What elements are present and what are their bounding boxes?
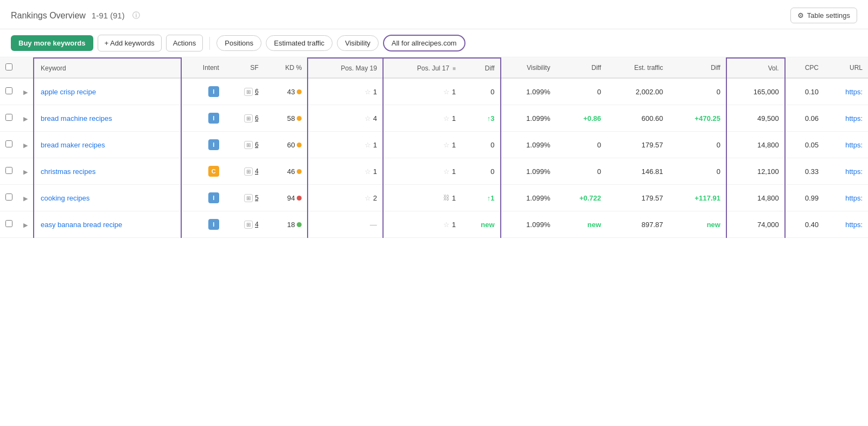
star-icon: ☆ bbox=[443, 114, 450, 122]
expand-button[interactable]: ▶ bbox=[23, 89, 28, 95]
info-icon[interactable]: ⓘ bbox=[132, 11, 140, 21]
th-kd: KD % bbox=[264, 58, 308, 78]
row-checkbox-cell bbox=[0, 185, 18, 211]
star-icon: ☆ bbox=[443, 167, 450, 176]
gear-icon: ⚙ bbox=[797, 11, 804, 20]
row-est-traffic-cell: 600.60 bbox=[607, 105, 668, 132]
row-cpc-cell: 0.99 bbox=[785, 185, 824, 211]
row-visibility-cell: 1.099% bbox=[501, 211, 556, 238]
sf-icon: ⊞ bbox=[244, 194, 253, 202]
table-settings-button[interactable]: ⚙ Table settings bbox=[790, 8, 858, 23]
row-pos-may-cell: ☆ 2 bbox=[308, 185, 382, 211]
sf-icon: ⊞ bbox=[244, 114, 253, 122]
row-cpc-cell: 0.40 bbox=[785, 211, 824, 238]
th-sf: SF bbox=[225, 58, 264, 78]
row-traffic-diff-cell: 0 bbox=[668, 158, 726, 185]
keyword-link[interactable]: apple crisp recipe bbox=[41, 88, 96, 96]
url-link[interactable]: https: bbox=[845, 194, 863, 202]
kd-dot bbox=[297, 196, 302, 201]
select-all-checkbox[interactable] bbox=[5, 63, 12, 70]
row-checkbox-cell bbox=[0, 211, 18, 238]
table-header-row: Keyword Intent SF KD % Pos. May 19 Pos. … bbox=[0, 58, 868, 78]
vis-diff-up: +0.86 bbox=[583, 114, 601, 122]
row-sf-cell: ⊞4 bbox=[225, 158, 264, 185]
diff-up: ↑3 bbox=[487, 114, 495, 122]
row-keyword-cell: bread machine recipes bbox=[34, 105, 181, 132]
url-link[interactable]: https: bbox=[845, 88, 863, 96]
row-sf-cell: ⊞5 bbox=[225, 185, 264, 211]
url-link[interactable]: https: bbox=[845, 167, 863, 176]
diff-zero: 0 bbox=[490, 141, 494, 149]
row-est-traffic-cell: 2,002.00 bbox=[607, 78, 668, 105]
row-url-cell: https: bbox=[824, 78, 868, 105]
row-kd-cell: 18 bbox=[264, 211, 308, 238]
url-link[interactable]: https: bbox=[845, 114, 863, 122]
expand-button[interactable]: ▶ bbox=[23, 115, 28, 122]
expand-button[interactable]: ▶ bbox=[23, 195, 28, 202]
filter-est-traffic[interactable]: Estimated traffic bbox=[266, 35, 333, 51]
kd-dot bbox=[297, 116, 302, 121]
diff-new: new bbox=[481, 221, 494, 229]
row-visibility-cell: 1.099% bbox=[501, 78, 556, 105]
intent-badge: I bbox=[208, 86, 219, 97]
row-vis-diff-cell: 0 bbox=[556, 158, 607, 185]
add-keywords-button[interactable]: + Add keywords bbox=[98, 35, 162, 51]
row-checkbox[interactable] bbox=[5, 167, 12, 174]
star-icon: ☆ bbox=[365, 167, 371, 176]
table-row: ▶cooking recipesI⊞594 ☆ 2⛓ 1↑11.099%+0.7… bbox=[0, 185, 868, 211]
filter-all-allrecipes[interactable]: All for allrecipes.com bbox=[383, 35, 465, 51]
row-pos-may-cell: — bbox=[308, 211, 382, 238]
row-pos-jul-cell: ☆ 1 bbox=[383, 132, 461, 158]
filter-visibility[interactable]: Visibility bbox=[337, 35, 379, 51]
row-kd-cell: 43 bbox=[264, 78, 308, 105]
row-vol-cell: 165,000 bbox=[726, 78, 785, 105]
link-icon: ⛓ bbox=[443, 194, 450, 202]
pos-may-dash: — bbox=[314, 221, 376, 229]
filter-positions[interactable]: Positions bbox=[216, 35, 261, 51]
sf-number: 4 bbox=[255, 221, 259, 228]
row-checkbox[interactable] bbox=[5, 193, 12, 201]
row-cpc-cell: 0.06 bbox=[785, 105, 824, 132]
row-expand-cell: ▶ bbox=[18, 78, 34, 105]
url-link[interactable]: https: bbox=[845, 221, 863, 229]
row-url-cell: https: bbox=[824, 211, 868, 238]
row-checkbox[interactable] bbox=[5, 220, 12, 227]
keyword-link[interactable]: bread machine recipes bbox=[41, 114, 112, 122]
keyword-link[interactable]: christmas recipes bbox=[41, 167, 95, 176]
row-visibility-cell: 1.099% bbox=[501, 105, 556, 132]
expand-button[interactable]: ▶ bbox=[23, 222, 28, 228]
row-pos-diff-cell: ↑3 bbox=[461, 105, 500, 132]
toolbar-divider bbox=[209, 37, 210, 50]
url-link[interactable]: https: bbox=[845, 141, 863, 149]
sort-icon[interactable]: ≡ bbox=[452, 66, 456, 72]
actions-button[interactable]: Actions bbox=[166, 35, 203, 51]
row-intent-cell: I bbox=[181, 105, 225, 132]
buy-keywords-button[interactable]: Buy more keywords bbox=[11, 35, 93, 51]
toolbar: Buy more keywords + Add keywords Actions… bbox=[0, 29, 868, 57]
row-sf-cell: ⊞6 bbox=[225, 132, 264, 158]
row-checkbox[interactable] bbox=[5, 114, 12, 121]
table-body: ▶apple crisp recipeI⊞643 ☆ 1☆ 101.099%02… bbox=[0, 78, 868, 238]
diff-up: ↑1 bbox=[487, 194, 495, 202]
keyword-link[interactable]: cooking recipes bbox=[41, 194, 90, 202]
expand-button[interactable]: ▶ bbox=[23, 169, 28, 175]
diff-zero: 0 bbox=[490, 88, 494, 96]
row-kd-cell: 94 bbox=[264, 185, 308, 211]
row-intent-cell: I bbox=[181, 132, 225, 158]
row-checkbox[interactable] bbox=[5, 87, 12, 94]
row-checkbox[interactable] bbox=[5, 140, 12, 147]
row-vis-diff-cell: new bbox=[556, 211, 607, 238]
th-checkbox bbox=[0, 58, 18, 78]
expand-button[interactable]: ▶ bbox=[23, 142, 28, 149]
keyword-link[interactable]: bread maker recipes bbox=[41, 141, 105, 149]
th-pos-jul: Pos. Jul 17 ≡ bbox=[383, 58, 461, 78]
row-traffic-diff-cell: +470.25 bbox=[668, 105, 726, 132]
star-icon: ☆ bbox=[365, 88, 371, 96]
row-cpc-cell: 0.05 bbox=[785, 132, 824, 158]
sf-number: 4 bbox=[255, 167, 259, 175]
kd-dot bbox=[297, 222, 302, 227]
row-pos-jul-cell: ☆ 1 bbox=[383, 211, 461, 238]
th-traffic-diff: Diff bbox=[668, 58, 726, 78]
row-url-cell: https: bbox=[824, 158, 868, 185]
keyword-link[interactable]: easy banana bread recipe bbox=[41, 221, 122, 229]
